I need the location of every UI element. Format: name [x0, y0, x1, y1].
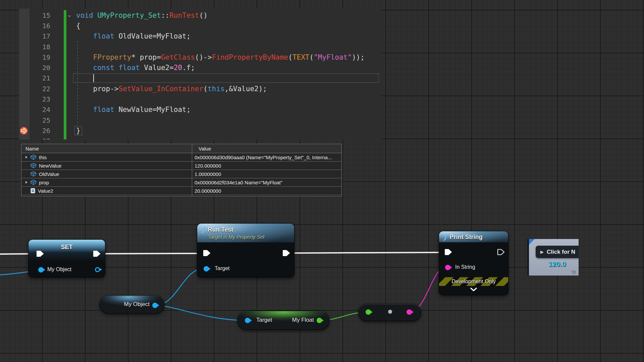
exec-out-pin[interactable] [92, 249, 101, 258]
node-set-variable[interactable]: SET My Object [29, 240, 105, 277]
variable-value: 1.00000000 [192, 171, 341, 177]
breakpoint-gutter-cell[interactable] [18, 52, 30, 62]
click-for-more-button[interactable]: ▶ Click for N [536, 246, 579, 258]
breakpoint-gutter-cell[interactable] [18, 31, 30, 42]
code-line[interactable]: 26} [18, 125, 382, 136]
variable-name: prop [39, 180, 49, 185]
code-editor[interactable]: 15⌄void UMyProperty_Set::RunTest()16{17 … [18, 9, 382, 139]
object-output-pin[interactable] [152, 303, 158, 308]
code-text: FProperty* prop=GetClass()->FindProperty… [76, 52, 365, 62]
column-header-name[interactable]: Name [21, 146, 196, 152]
exec-out-pin-unconnected[interactable] [496, 248, 505, 256]
code-line[interactable]: 15⌄void UMyProperty_Set::RunTest() [18, 10, 382, 20]
debug-value-bubble[interactable]: ▶ Click for N 120.0 'D [527, 239, 579, 276]
watch-row[interactable]: prop0x000006d2f034e1a0 Name="MyFloat" [21, 178, 341, 187]
fold-chevron-icon[interactable]: ⌄ [68, 11, 71, 18]
node-print-string[interactable]: ƒ Print String In String Development Onl… [439, 231, 508, 295]
current-statement-arrow-icon[interactable] [19, 126, 28, 135]
exec-in-pin[interactable] [35, 249, 44, 258]
code-line[interactable]: 22 prop->SetValue_InContainer(this,&Valu… [18, 83, 382, 94]
watch-panel[interactable]: Name Value this0x000006d30d90aaa0 (Name=… [21, 144, 342, 196]
breakpoint-gutter-cell[interactable] [18, 83, 30, 94]
code-line[interactable]: 27 [18, 136, 382, 139]
breakpoint-gutter-cell[interactable] [18, 42, 30, 52]
watch-row[interactable]: this0x000006d30d90aaa0 (Name="MyProperty… [21, 153, 341, 162]
breakpoint-gutter-cell[interactable] [18, 105, 30, 115]
node-run-test[interactable]: ƒ Run Test Target is My Property Set Tar… [197, 224, 294, 277]
object-output-pin[interactable] [95, 267, 100, 272]
current-line-highlight [73, 73, 379, 83]
cube-icon [30, 171, 37, 177]
line-number: 18 [30, 43, 50, 51]
chevron-down-icon[interactable] [470, 287, 477, 293]
target-input-pin[interactable] [245, 318, 250, 323]
code-lines[interactable]: 15⌄void UMyProperty_Set::RunTest()16{17 … [18, 9, 382, 139]
execution-arrow-gutter[interactable] [18, 125, 30, 136]
development-only-banner: Development Only [439, 277, 508, 286]
code-line[interactable]: 18 [18, 42, 382, 52]
code-text: { [76, 20, 80, 31]
watch-header: Name Value [21, 144, 341, 153]
column-divider[interactable] [192, 144, 192, 196]
line-number: 19 [30, 53, 50, 61]
pin-label: My Float [292, 317, 314, 323]
node-my-object-get[interactable]: My Object [100, 296, 164, 313]
code-line[interactable]: 17 float OldValue=MyFloat; [18, 31, 382, 42]
function-icon: ƒ [444, 233, 447, 241]
watched-value: 120.0 [548, 260, 566, 268]
variable-name: Value2 [38, 188, 53, 194]
variable-name: this [39, 155, 47, 160]
breakpoint-gutter-cell[interactable] [18, 62, 30, 73]
float-input-pin[interactable] [366, 309, 371, 315]
node-float-to-string-convert[interactable] [359, 304, 421, 321]
corner-triangle-icon [529, 239, 535, 245]
watch-rows[interactable]: this0x000006d30d90aaa0 (Name="MyProperty… [21, 153, 341, 195]
watch-row[interactable]: NewValue120.000000 [21, 162, 341, 170]
object-wire[interactable] [155, 305, 247, 320]
exec-in-pin[interactable] [202, 249, 211, 257]
variable-name: OldValue [39, 171, 59, 177]
breakpoint-gutter-cell[interactable] [18, 136, 30, 139]
exec-wire[interactable] [290, 252, 445, 253]
exec-in-pin[interactable] [443, 248, 452, 256]
column-header-value[interactable]: Value [196, 146, 341, 152]
expand-arrow-icon[interactable] [25, 156, 28, 159]
string-output-pin[interactable] [407, 309, 412, 315]
breakpoint-gutter-cell[interactable] [18, 73, 30, 83]
breakpoint-gutter-cell[interactable] [18, 10, 30, 20]
breakpoint-gutter-cell[interactable] [18, 20, 30, 31]
line-number: 17 [30, 32, 50, 40]
cube-icon [30, 179, 37, 186]
breakpoint-gutter-cell[interactable] [18, 115, 30, 125]
code-line[interactable]: 16{ [18, 20, 382, 31]
expand-arrow-icon[interactable] [25, 181, 28, 184]
line-number: 16 [30, 22, 50, 30]
object-input-pin[interactable] [38, 267, 44, 273]
target-input-pin[interactable] [204, 266, 209, 272]
code-line[interactable]: 24 float NewValue=MyFloat; [18, 105, 382, 115]
node-my-float-get[interactable]: Target My Float [237, 311, 329, 329]
pin-label: Target [256, 317, 272, 323]
code-line[interactable]: 20 const float Value2=20.f; [18, 62, 382, 73]
pin-label: Target [215, 265, 229, 272]
breakpoint-gutter-cell[interactable] [18, 94, 30, 104]
float-output-pin[interactable] [317, 318, 322, 323]
exec-wire[interactable] [101, 253, 203, 254]
cube-icon [30, 163, 37, 169]
in-string-pin[interactable] [445, 265, 450, 270]
variable-name: NewValue [39, 163, 61, 169]
line-number: 22 [30, 85, 50, 93]
code-text: void UMyProperty_Set::RunTest() [76, 10, 208, 20]
watch-row[interactable]: Value220.0000000 [21, 187, 341, 195]
code-line[interactable]: 23 [18, 94, 382, 104]
watch-row[interactable]: OldValue1.00000000 [21, 170, 341, 178]
code-line[interactable]: 19 FProperty* prop=GetClass()->FindPrope… [18, 52, 382, 62]
exec-out-pin[interactable] [281, 249, 290, 257]
pin-label: In String [455, 264, 475, 270]
blueprint-graph-canvas[interactable]: SET My Object ƒ Run Test Target is My Pr… [0, 0, 644, 362]
code-line[interactable]: 25 [18, 115, 382, 125]
variable-value: 0x000006d2f034e1a0 Name="MyFloat" [192, 180, 341, 185]
collapsed-node-dot [388, 310, 392, 314]
code-line[interactable]: 21 [18, 73, 382, 83]
line-number: 24 [30, 106, 50, 114]
